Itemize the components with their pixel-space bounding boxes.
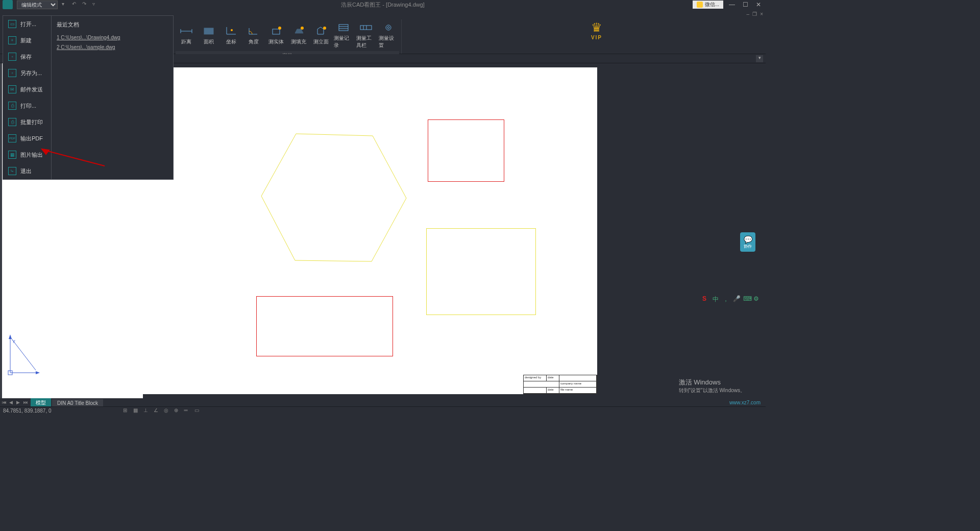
- app-logo-icon[interactable]: [3, 0, 13, 9]
- recent-file-1[interactable]: 1 C:\Users\...\Drawing4.dwg: [57, 33, 168, 42]
- redo-icon[interactable]: ↷: [82, 1, 89, 8]
- qat-dropdown-icon[interactable]: ▾: [62, 1, 69, 8]
- distance-icon: [179, 25, 193, 37]
- folder-icon: ▭: [8, 20, 16, 28]
- area-button[interactable]: 面积: [198, 19, 219, 51]
- entity-button[interactable]: 测实体: [265, 19, 287, 51]
- wechat-icon: [697, 2, 703, 8]
- svg-point-8: [278, 27, 281, 30]
- polar-icon[interactable]: ∠: [154, 407, 161, 415]
- red-rect-top: [428, 119, 504, 182]
- snap-icon[interactable]: ⊞: [123, 407, 130, 415]
- coordinates: 84.7851, 839.1887, 0: [3, 408, 52, 414]
- svg-point-17: [386, 25, 391, 30]
- entity-icon: [269, 25, 283, 37]
- tab-last-icon[interactable]: ⏭: [23, 400, 30, 406]
- ucs-icon: Y: [5, 332, 41, 378]
- mode-selector[interactable]: 编辑模式: [17, 1, 58, 9]
- angle-button[interactable]: 角度: [243, 19, 264, 51]
- ime-mic-icon[interactable]: 🎤: [733, 295, 741, 303]
- ime-keyboard-icon[interactable]: ⌨: [743, 295, 751, 303]
- batch-print-item[interactable]: ⎙批量打印: [3, 114, 51, 130]
- tab-prev-icon[interactable]: ◀: [9, 400, 15, 406]
- svg-marker-26: [36, 371, 40, 374]
- plus-icon: +: [8, 36, 16, 44]
- print-item[interactable]: ⎙打印...: [3, 98, 51, 114]
- tab-first-icon[interactable]: ⏮: [2, 400, 8, 406]
- recent-file-2[interactable]: 2 C:\Users\...\sample.dwg: [57, 42, 168, 52]
- window-title: 浩辰CAD看图王 - [Drawing4.dwg]: [341, 1, 425, 9]
- toolbar-icon: [359, 21, 373, 34]
- exit-icon: ⤷: [8, 167, 16, 175]
- image-icon: ▦: [8, 151, 16, 159]
- ortho-icon[interactable]: ⊥: [143, 407, 151, 415]
- toolbar-button[interactable]: 测量工具栏: [355, 19, 377, 51]
- drawing-paper[interactable]: designed bydate company name datefile na…: [143, 67, 597, 394]
- lwt-icon[interactable]: ═: [184, 407, 191, 415]
- record-icon: [336, 21, 351, 34]
- collab-button[interactable]: 💬 协作: [740, 232, 755, 252]
- tab-overflow-icon[interactable]: ▾: [756, 55, 763, 62]
- layout-tab[interactable]: DIN A0 Title Block: [52, 399, 103, 407]
- svg-rect-14: [360, 26, 372, 30]
- pdf-icon: PDF: [8, 134, 16, 142]
- status-bar: 84.7851, 839.1887, 0 ⊞ ▦ ⊥ ∠ ◎ ⊕ ═ ▭: [0, 406, 766, 415]
- wechat-button[interactable]: 微信...: [693, 1, 723, 9]
- vip-badge[interactable]: ♛ VIP: [591, 20, 602, 40]
- sub-close-icon[interactable]: ×: [760, 11, 763, 17]
- annotation-arrow-icon: [41, 148, 107, 168]
- title-bar: 编辑模式 ▾ ↶ ↷ ▿ 浩辰CAD看图王 - [Drawing4.dwg] 微…: [0, 0, 766, 9]
- sub-restore-icon[interactable]: ❐: [752, 11, 757, 17]
- ime-lang-icon[interactable]: 中: [713, 295, 721, 303]
- ime-settings-icon[interactable]: ⚙: [753, 295, 762, 303]
- settings-button[interactable]: 测量设置: [378, 19, 399, 51]
- crown-icon: ♛: [591, 20, 602, 35]
- undo-icon[interactable]: ↶: [72, 1, 79, 8]
- mail-icon: ✉: [8, 85, 16, 93]
- qat-more-icon[interactable]: ▿: [92, 1, 100, 8]
- save-item[interactable]: ▫保存: [3, 49, 51, 65]
- distance-button[interactable]: 距离: [176, 19, 197, 51]
- open-item[interactable]: ▭打开...: [3, 16, 51, 32]
- record-button[interactable]: 测量记录: [333, 19, 354, 51]
- angle-icon: [247, 25, 261, 37]
- elevation-button[interactable]: 测立面: [310, 19, 332, 51]
- status-tools: ⊞ ▦ ⊥ ∠ ◎ ⊕ ═ ▭: [123, 407, 202, 415]
- grid-icon[interactable]: ▦: [133, 407, 140, 415]
- sub-window-controls: – ❐ ×: [747, 11, 763, 17]
- sub-minimize-icon[interactable]: –: [747, 11, 750, 17]
- close-button[interactable]: ✕: [754, 1, 763, 8]
- tab-next-icon[interactable]: ▶: [16, 400, 22, 406]
- svg-point-6: [231, 29, 233, 31]
- yellow-rect: [426, 228, 536, 315]
- dyn-icon[interactable]: ▭: [194, 407, 202, 415]
- svg-text:Y: Y: [12, 339, 15, 344]
- print-icon: ⎙: [8, 102, 16, 110]
- hatch-button[interactable]: 测填充: [288, 19, 309, 51]
- ime-logo-icon[interactable]: S: [702, 295, 710, 303]
- quick-access-toolbar: ▾ ↶ ↷ ▿: [62, 1, 100, 8]
- maximize-button[interactable]: ☐: [741, 1, 750, 8]
- mail-item[interactable]: ✉邮件发送: [3, 81, 51, 98]
- batch-print-icon: ⎙: [8, 118, 16, 126]
- svg-point-10: [323, 27, 326, 30]
- elevation-icon: [314, 25, 328, 37]
- chat-icon: 💬: [744, 235, 752, 244]
- otrack-icon[interactable]: ⊕: [174, 407, 181, 415]
- svg-rect-7: [273, 29, 280, 34]
- ime-punct-icon[interactable]: ，: [723, 295, 731, 303]
- saveas-item[interactable]: ▫另存为...: [3, 65, 51, 81]
- new-item[interactable]: +新建: [3, 32, 51, 49]
- svg-marker-21: [261, 134, 406, 261]
- saveas-icon: ▫: [8, 69, 16, 77]
- ime-toolbar: S 中 ， 🎤 ⌨ ⚙: [702, 295, 762, 303]
- export-pdf-item[interactable]: PDF输出PDF: [3, 130, 51, 147]
- coord-button[interactable]: 坐标: [220, 19, 242, 51]
- area-icon: [202, 25, 216, 37]
- titlebar-right: 微信... — ☐ ✕: [693, 1, 763, 9]
- coord-icon: [224, 25, 238, 37]
- osnap-icon[interactable]: ◎: [164, 407, 171, 415]
- minimize-button[interactable]: —: [727, 1, 737, 8]
- site-watermark: www.xz7.com: [729, 400, 761, 405]
- svg-point-18: [387, 27, 389, 29]
